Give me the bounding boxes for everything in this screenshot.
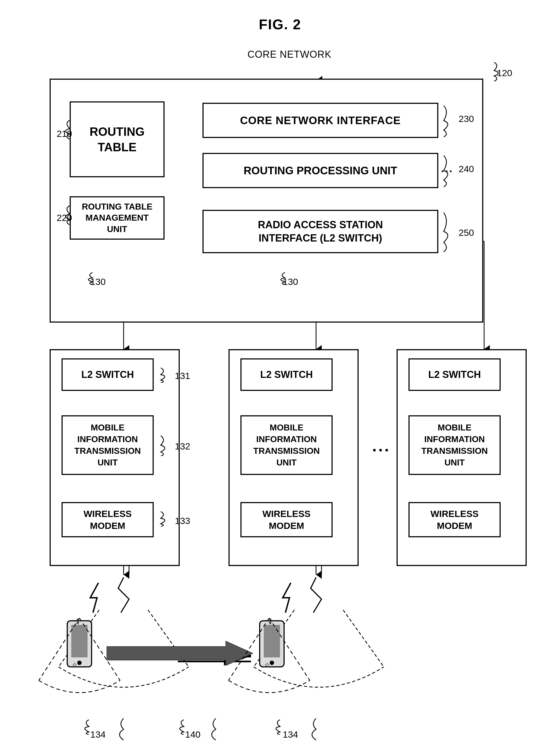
station-1-wm-label: WIRELESSMODEM xyxy=(83,508,132,532)
page-title: FIG. 2 xyxy=(0,0,560,43)
coverage-2 xyxy=(220,613,318,708)
station-1-l2-label: L2 SWITCH xyxy=(81,369,134,380)
ref-250-bracket xyxy=(438,210,460,253)
station-3-l2-label: L2 SWITCH xyxy=(428,369,481,380)
stations-dots: ... xyxy=(372,436,391,455)
station-2-wm-box: WIRELESSMODEM xyxy=(240,502,333,537)
station-1-mitu-box: MOBILEINFORMATIONTRANSMISSIONUNIT xyxy=(62,415,154,475)
ref-134-center-bracket xyxy=(266,718,283,735)
ref-132-bracket xyxy=(158,434,174,456)
svg-line-66 xyxy=(269,618,310,680)
rt-label: ROUTINGTABLE xyxy=(90,124,145,155)
ref-134-left: 134 xyxy=(90,729,106,740)
ref-210: 210 xyxy=(57,128,72,139)
main-router-box: CORE NETWORK INTERFACE 230 ROUTINGTABLE … xyxy=(49,79,483,322)
svg-line-63 xyxy=(39,618,79,680)
core-network-label: CORE NETWORK xyxy=(247,49,332,60)
station-3-box: L2 SWITCH MOBILEINFORMATIONTRANSMISSIONU… xyxy=(397,349,527,566)
station-2-l2-label: L2 SWITCH xyxy=(260,369,313,380)
ref-134-center: 134 xyxy=(283,729,298,740)
cni-box: CORE NETWORK INTERFACE xyxy=(202,103,438,138)
station-2-box: L2 SWITCH MOBILEINFORMATIONTRANSMISSIONU… xyxy=(228,349,359,566)
station-3-wm-box: WIRELESSMODEM xyxy=(408,502,501,537)
station-2-l2-box: L2 SWITCH xyxy=(240,358,333,391)
station-1-wm-box: WIRELESSMODEM xyxy=(62,502,154,537)
ref-133: 133 xyxy=(175,516,190,526)
rpu-label: ROUTING PROCESSING UNIT xyxy=(244,164,397,177)
coverage-1 xyxy=(31,613,128,708)
ref-230: 230 xyxy=(459,114,474,124)
ref-120: 120 xyxy=(497,68,512,78)
svg-line-65 xyxy=(228,618,269,680)
svg-line-64 xyxy=(79,618,120,680)
station-2-mitu-label: MOBILEINFORMATIONTRANSMISSIONUNIT xyxy=(253,422,320,469)
rtmu-box: ROUTING TABLEMANAGEMENTUNIT xyxy=(70,196,164,240)
ref-133-bracket xyxy=(158,510,174,527)
station-3-mitu-box: MOBILEINFORMATIONTRANSMISSIONUNIT xyxy=(408,415,501,475)
rtmu-label: ROUTING TABLEMANAGEMENTUNIT xyxy=(82,201,153,235)
rpu-box: ROUTING PROCESSING UNIT xyxy=(202,153,438,188)
ref-250: 250 xyxy=(459,227,474,238)
station-3-l2-box: L2 SWITCH xyxy=(408,358,501,391)
station-1-box: L2 SWITCH 131 MOBILEINFORMATIONTRANSMISS… xyxy=(49,349,180,566)
rasi-box: RADIO ACCESS STATIONINTERFACE (L2 SWITCH… xyxy=(202,210,438,253)
ref-132: 132 xyxy=(175,441,190,452)
cni-label: CORE NETWORK INTERFACE xyxy=(240,114,401,126)
lightning-1 xyxy=(85,581,106,614)
station-1-l2-box: L2 SWITCH xyxy=(62,358,154,391)
station-2-wm-label: WIRELESSMODEM xyxy=(262,508,311,532)
ref-240: 240 xyxy=(459,164,474,174)
ref-140-bracket xyxy=(170,718,186,735)
ref-130-center-bracket xyxy=(271,271,287,285)
ref-134-left-bracket xyxy=(75,718,92,735)
lightning-2 xyxy=(277,581,299,614)
ref-131-bracket xyxy=(158,367,174,383)
rpu-dots: ... xyxy=(441,162,453,175)
station-1-mitu-label: MOBILEINFORMATIONTRANSMISSIONUNIT xyxy=(74,422,141,469)
svg-line-47 xyxy=(343,610,384,667)
rasi-label: RADIO ACCESS STATIONINTERFACE (L2 SWITCH… xyxy=(258,218,383,245)
ref-220: 220 xyxy=(57,213,72,223)
ref-230-bracket xyxy=(438,103,460,138)
ref-130-left-bracket xyxy=(79,271,95,285)
station-2-mitu-box: MOBILEINFORMATIONTRANSMISSIONUNIT xyxy=(240,415,333,475)
station-3-wm-label: WIRELESSMODEM xyxy=(431,508,479,532)
ref-140: 140 xyxy=(185,729,201,740)
rt-box: ROUTINGTABLE xyxy=(70,101,164,177)
ref-131: 131 xyxy=(175,371,190,381)
station-3-mitu-label: MOBILEINFORMATIONTRANSMISSIONUNIT xyxy=(421,422,488,469)
